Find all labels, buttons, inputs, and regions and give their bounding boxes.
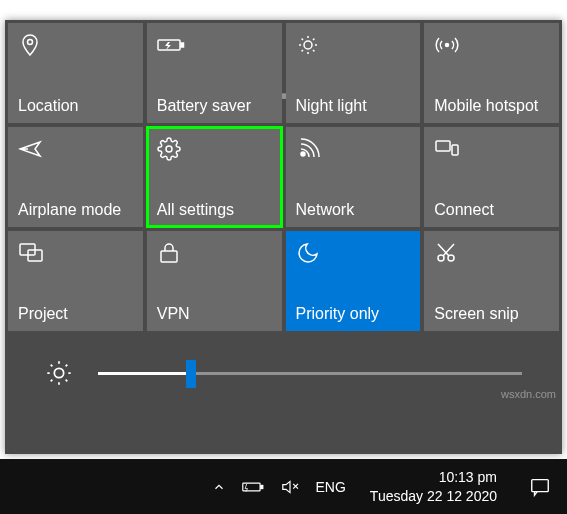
location-icon (18, 33, 42, 57)
tile-location[interactable]: Location (8, 23, 143, 123)
language-indicator[interactable]: ENG (316, 479, 346, 495)
tile-label: Airplane mode (18, 201, 121, 219)
svg-rect-9 (452, 145, 458, 155)
clock-time: 10:13 pm (370, 468, 497, 486)
tile-vpn[interactable]: VPN (147, 231, 282, 331)
svg-point-15 (54, 368, 63, 377)
tile-label: Location (18, 97, 79, 115)
project-icon (18, 241, 42, 265)
svg-point-5 (446, 44, 449, 47)
tile-label: Connect (434, 201, 494, 219)
notifications-icon[interactable] (521, 468, 559, 506)
tray-overflow-icon[interactable] (212, 480, 226, 494)
svg-rect-8 (436, 141, 450, 151)
slider-thumb[interactable] (186, 360, 196, 388)
svg-point-7 (301, 152, 305, 156)
tile-airplane-mode[interactable]: Airplane mode (8, 127, 143, 227)
tile-all-settings[interactable]: All settings (147, 127, 282, 227)
moon-icon (296, 241, 320, 265)
quick-actions-grid: Location Battery saver Night light Mobil… (5, 20, 562, 334)
tile-mobile-hotspot[interactable]: Mobile hotspot (424, 23, 559, 123)
nightlight-icon (296, 33, 320, 57)
svg-rect-12 (161, 251, 177, 262)
clock[interactable]: 10:13 pm Tuesday 22 12 2020 (362, 468, 505, 504)
svg-rect-18 (532, 479, 549, 491)
tray-volume-muted-icon[interactable] (280, 479, 300, 495)
svg-point-4 (304, 41, 312, 49)
tile-screen-snip[interactable]: Screen snip (424, 231, 559, 331)
tile-battery-saver[interactable]: Battery saver (147, 23, 282, 123)
action-center-panel: PPUALS Location Battery saver Night ligh… (5, 20, 562, 454)
tile-label: Priority only (296, 305, 380, 323)
tile-label: Project (18, 305, 68, 323)
snip-icon (434, 241, 458, 265)
network-icon (296, 137, 320, 161)
brightness-row (5, 334, 562, 412)
slider-fill (98, 372, 191, 375)
airplane-icon (18, 137, 42, 161)
tile-night-light[interactable]: Night light (286, 23, 421, 123)
tile-label: Screen snip (434, 305, 519, 323)
clock-date: Tuesday 22 12 2020 (370, 487, 497, 505)
svg-point-6 (166, 146, 172, 152)
brightness-icon (45, 359, 73, 387)
tile-project[interactable]: Project (8, 231, 143, 331)
tray-battery-icon[interactable] (242, 480, 264, 494)
svg-rect-3 (181, 43, 184, 47)
tile-label: Battery saver (157, 97, 251, 115)
svg-point-1 (28, 40, 33, 45)
connect-icon (434, 137, 458, 161)
svg-rect-17 (260, 485, 262, 488)
tile-label: Mobile hotspot (434, 97, 538, 115)
tile-label: Night light (296, 97, 367, 115)
system-tray: ENG 10:13 pm Tuesday 22 12 2020 (212, 468, 559, 506)
tile-label: VPN (157, 305, 190, 323)
brightness-slider[interactable] (98, 372, 522, 375)
tile-priority-only[interactable]: Priority only (286, 231, 421, 331)
tile-network[interactable]: Network (286, 127, 421, 227)
vpn-icon (157, 241, 181, 265)
tile-label: Network (296, 201, 355, 219)
battery-icon (157, 33, 181, 57)
tile-label: All settings (157, 201, 234, 219)
taskbar: ENG 10:13 pm Tuesday 22 12 2020 (0, 459, 567, 514)
tile-connect[interactable]: Connect (424, 127, 559, 227)
hotspot-icon (434, 33, 458, 57)
settings-icon (157, 137, 181, 161)
